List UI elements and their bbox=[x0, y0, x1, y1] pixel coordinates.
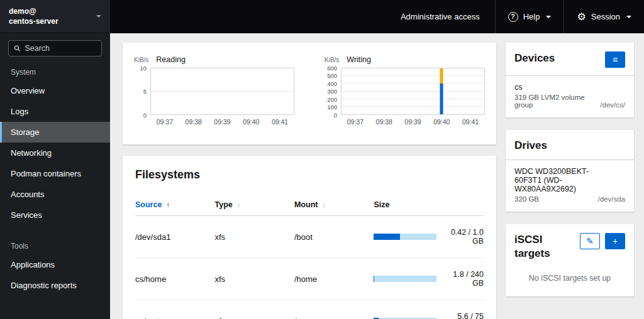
writing-chart: KiB/s Writing 0100200300400500600 09:370… bbox=[323, 55, 485, 126]
iscsi-edit-button[interactable]: ✎ bbox=[580, 233, 600, 249]
column-header-mount[interactable]: Mount↕ bbox=[294, 195, 374, 215]
writing-chart-title: Writing bbox=[347, 55, 371, 64]
devices-menu-button[interactable]: ≡ bbox=[605, 51, 625, 68]
sidebar-item-applications[interactable]: Applications bbox=[0, 254, 110, 275]
host-switcher[interactable]: demo@ centos-server bbox=[0, 0, 110, 33]
administrative-access-button[interactable]: Administrative access bbox=[386, 0, 495, 33]
drives-title: Drives bbox=[514, 139, 547, 152]
drive-size: 320 GB bbox=[514, 195, 594, 203]
table-row[interactable]: cs/home xfs /home 1.8 / 240 GB bbox=[135, 258, 484, 300]
column-header-type[interactable]: Type↕ bbox=[214, 195, 294, 215]
search-icon bbox=[14, 45, 20, 52]
iscsi-empty-state: No iSCSI targets set up bbox=[514, 260, 625, 288]
fs-source: /dev/sda1 bbox=[135, 220, 214, 254]
fs-mount: /home bbox=[294, 262, 374, 296]
fs-type: xfs bbox=[214, 262, 294, 296]
search-box[interactable] bbox=[8, 40, 102, 57]
table-row[interactable]: cs/root xfs / 5.6 / 75 GB bbox=[135, 300, 484, 319]
hamburger-icon: ≡ bbox=[613, 55, 618, 65]
filesystems-table-header: Source↑ Type↕ Mount↕ Size bbox=[135, 195, 484, 216]
usage-bar bbox=[374, 234, 436, 240]
chevron-down-icon bbox=[626, 16, 631, 18]
fs-size: 1.8 / 240 GB bbox=[444, 270, 484, 288]
pencil-icon: ✎ bbox=[586, 236, 594, 246]
list-item[interactable]: WDC WD3200BEKT-60F3T1 (WD-WX80AA9X2692) … bbox=[514, 160, 625, 203]
fs-source: cs/home bbox=[135, 262, 214, 296]
sidebar-item-diagnostic-reports[interactable]: Diagnostic reports bbox=[0, 275, 110, 296]
column-header-source[interactable]: Source↑ bbox=[135, 195, 214, 215]
storage-page: KiB/s Reading 0510 09:3709:3809:3909:400… bbox=[110, 33, 644, 319]
help-icon: ? bbox=[508, 12, 518, 22]
writing-chart-yaxis: 0100200300400500600 bbox=[323, 68, 341, 115]
devices-title: Devices bbox=[514, 51, 555, 65]
drive-path: /dev/sda bbox=[598, 195, 625, 203]
chevron-down-icon bbox=[546, 16, 551, 18]
drives-card: Drives WDC WD3200BEKT-60F3T1 (WD-WX80AA9… bbox=[506, 130, 634, 212]
reading-chart-title: Reading bbox=[156, 55, 186, 64]
sidebar-section-tools: Tools bbox=[0, 235, 110, 254]
io-charts-card: KiB/s Reading 0510 09:3709:3809:3909:400… bbox=[123, 43, 496, 144]
device-path: /dev/cs/ bbox=[600, 101, 625, 109]
writing-chart-unit: KiB/s bbox=[325, 57, 339, 63]
fs-size: 0.42 / 1.0 GB bbox=[444, 228, 484, 246]
sidebar-item-storage[interactable]: Storage bbox=[0, 122, 110, 143]
host-user: demo@ bbox=[9, 6, 58, 16]
fs-mount: / bbox=[294, 305, 374, 319]
sort-icon: ↕ bbox=[237, 201, 241, 208]
device-desc: 319 GB LVM2 volume group bbox=[514, 94, 596, 109]
cockpit-app: demo@ centos-server Administrative acces… bbox=[0, 0, 644, 319]
chevron-down-icon bbox=[96, 15, 101, 18]
fs-type: xfs bbox=[214, 305, 294, 319]
sidebar-item-accounts[interactable]: Accounts bbox=[0, 184, 110, 205]
drive-name: WDC WD3200BEKT-60F3T1 (WD-WX80AA9X2692) bbox=[514, 167, 594, 193]
fs-mount: /boot bbox=[294, 220, 374, 254]
writing-chart-plot bbox=[341, 68, 485, 115]
masthead: demo@ centos-server Administrative acces… bbox=[0, 0, 644, 33]
iscsi-targets-card: iSCSI targets ✎ + No iSCSI targets set u… bbox=[506, 224, 634, 296]
host-name: centos-server bbox=[9, 16, 58, 26]
usage-bar bbox=[374, 276, 436, 282]
sidebar-item-networking[interactable]: Networking bbox=[0, 143, 110, 163]
gear-icon: ⚙ bbox=[577, 12, 586, 22]
filesystems-card: Filesystems Source↑ Type↕ Mount↕ Size bbox=[123, 156, 496, 319]
reading-chart-yaxis: 0510 bbox=[133, 68, 150, 115]
filesystems-title: Filesystems bbox=[135, 168, 484, 181]
sort-icon: ↕ bbox=[322, 201, 326, 208]
list-item[interactable]: cs 319 GB LVM2 volume group /dev/cs/ bbox=[514, 76, 625, 109]
help-menu[interactable]: ? Help bbox=[495, 0, 564, 33]
sidebar-item-overview[interactable]: Overview bbox=[0, 80, 110, 101]
sidebar-section-system: System bbox=[0, 62, 110, 80]
column-header-size[interactable]: Size bbox=[374, 195, 484, 215]
table-row[interactable]: /dev/sda1 xfs /boot 0.42 / 1.0 GB bbox=[135, 216, 484, 258]
writing-chart-xaxis: 09:3709:3809:3909:4009:41 bbox=[341, 118, 485, 126]
reading-chart-unit: KiB/s bbox=[134, 57, 148, 63]
device-name: cs bbox=[514, 83, 596, 92]
fs-type: xfs bbox=[214, 220, 294, 254]
fs-size: 5.6 / 75 GB bbox=[444, 312, 484, 319]
sidebar: System Overview Logs Storage Networking … bbox=[0, 33, 110, 319]
sidebar-item-services[interactable]: Services bbox=[0, 205, 110, 225]
plus-icon: + bbox=[613, 236, 618, 246]
sidebar-item-logs[interactable]: Logs bbox=[0, 101, 110, 122]
devices-card: Devices ≡ cs 319 GB LVM2 volume group /d… bbox=[506, 43, 634, 117]
reading-chart-xaxis: 09:3709:3809:3909:4009:41 bbox=[150, 118, 294, 126]
search-input[interactable] bbox=[25, 44, 96, 53]
iscsi-title: iSCSI targets bbox=[514, 233, 571, 260]
fs-source: cs/root bbox=[135, 305, 214, 319]
iscsi-add-button[interactable]: + bbox=[605, 233, 625, 249]
session-menu[interactable]: ⚙ Session bbox=[564, 0, 644, 33]
reading-chart: KiB/s Reading 0510 09:3709:3809:3909:400… bbox=[133, 55, 294, 126]
sidebar-item-podman-containers[interactable]: Podman containers bbox=[0, 163, 110, 184]
reading-chart-plot bbox=[150, 68, 294, 115]
sort-asc-icon: ↑ bbox=[166, 201, 170, 208]
